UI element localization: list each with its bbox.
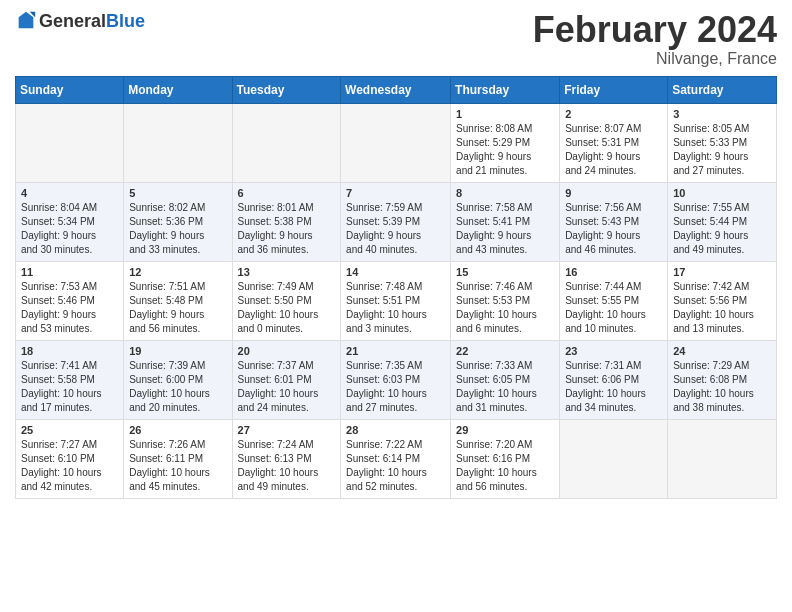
- day-cell: 18Sunrise: 7:41 AM Sunset: 5:58 PM Dayli…: [16, 340, 124, 419]
- day-cell: [232, 103, 341, 182]
- day-cell: 23Sunrise: 7:31 AM Sunset: 6:06 PM Dayli…: [560, 340, 668, 419]
- col-header-saturday: Saturday: [668, 76, 777, 103]
- day-cell: 3Sunrise: 8:05 AM Sunset: 5:33 PM Daylig…: [668, 103, 777, 182]
- day-cell: 12Sunrise: 7:51 AM Sunset: 5:48 PM Dayli…: [124, 261, 232, 340]
- day-info: Sunrise: 7:26 AM Sunset: 6:11 PM Dayligh…: [129, 438, 226, 494]
- day-number: 15: [456, 266, 554, 278]
- day-cell: 6Sunrise: 8:01 AM Sunset: 5:38 PM Daylig…: [232, 182, 341, 261]
- day-number: 11: [21, 266, 118, 278]
- day-info: Sunrise: 8:05 AM Sunset: 5:33 PM Dayligh…: [673, 122, 771, 178]
- day-number: 19: [129, 345, 226, 357]
- day-number: 29: [456, 424, 554, 436]
- day-cell: 17Sunrise: 7:42 AM Sunset: 5:56 PM Dayli…: [668, 261, 777, 340]
- day-info: Sunrise: 7:56 AM Sunset: 5:43 PM Dayligh…: [565, 201, 662, 257]
- day-number: 6: [238, 187, 336, 199]
- day-info: Sunrise: 8:08 AM Sunset: 5:29 PM Dayligh…: [456, 122, 554, 178]
- week-row-3: 11Sunrise: 7:53 AM Sunset: 5:46 PM Dayli…: [16, 261, 777, 340]
- day-number: 21: [346, 345, 445, 357]
- day-number: 26: [129, 424, 226, 436]
- week-row-1: 1Sunrise: 8:08 AM Sunset: 5:29 PM Daylig…: [16, 103, 777, 182]
- day-info: Sunrise: 7:41 AM Sunset: 5:58 PM Dayligh…: [21, 359, 118, 415]
- day-info: Sunrise: 7:39 AM Sunset: 6:00 PM Dayligh…: [129, 359, 226, 415]
- day-cell: 13Sunrise: 7:49 AM Sunset: 5:50 PM Dayli…: [232, 261, 341, 340]
- day-cell: 26Sunrise: 7:26 AM Sunset: 6:11 PM Dayli…: [124, 419, 232, 498]
- week-row-2: 4Sunrise: 8:04 AM Sunset: 5:34 PM Daylig…: [16, 182, 777, 261]
- day-info: Sunrise: 8:02 AM Sunset: 5:36 PM Dayligh…: [129, 201, 226, 257]
- day-info: Sunrise: 7:58 AM Sunset: 5:41 PM Dayligh…: [456, 201, 554, 257]
- day-info: Sunrise: 7:44 AM Sunset: 5:55 PM Dayligh…: [565, 280, 662, 336]
- day-info: Sunrise: 7:59 AM Sunset: 5:39 PM Dayligh…: [346, 201, 445, 257]
- day-info: Sunrise: 7:31 AM Sunset: 6:06 PM Dayligh…: [565, 359, 662, 415]
- day-cell: 22Sunrise: 7:33 AM Sunset: 6:05 PM Dayli…: [451, 340, 560, 419]
- day-cell: 5Sunrise: 8:02 AM Sunset: 5:36 PM Daylig…: [124, 182, 232, 261]
- day-cell: 10Sunrise: 7:55 AM Sunset: 5:44 PM Dayli…: [668, 182, 777, 261]
- day-cell: 24Sunrise: 7:29 AM Sunset: 6:08 PM Dayli…: [668, 340, 777, 419]
- col-header-friday: Friday: [560, 76, 668, 103]
- day-number: 20: [238, 345, 336, 357]
- day-cell: 19Sunrise: 7:39 AM Sunset: 6:00 PM Dayli…: [124, 340, 232, 419]
- day-number: 18: [21, 345, 118, 357]
- day-number: 25: [21, 424, 118, 436]
- day-cell: [668, 419, 777, 498]
- day-cell: 9Sunrise: 7:56 AM Sunset: 5:43 PM Daylig…: [560, 182, 668, 261]
- day-number: 22: [456, 345, 554, 357]
- day-cell: 14Sunrise: 7:48 AM Sunset: 5:51 PM Dayli…: [341, 261, 451, 340]
- day-cell: 29Sunrise: 7:20 AM Sunset: 6:16 PM Dayli…: [451, 419, 560, 498]
- day-info: Sunrise: 7:33 AM Sunset: 6:05 PM Dayligh…: [456, 359, 554, 415]
- day-number: 4: [21, 187, 118, 199]
- day-info: Sunrise: 7:29 AM Sunset: 6:08 PM Dayligh…: [673, 359, 771, 415]
- day-info: Sunrise: 7:37 AM Sunset: 6:01 PM Dayligh…: [238, 359, 336, 415]
- day-cell: [341, 103, 451, 182]
- day-cell: 27Sunrise: 7:24 AM Sunset: 6:13 PM Dayli…: [232, 419, 341, 498]
- day-number: 3: [673, 108, 771, 120]
- logo-text-general: General: [39, 11, 106, 31]
- day-info: Sunrise: 8:07 AM Sunset: 5:31 PM Dayligh…: [565, 122, 662, 178]
- day-number: 10: [673, 187, 771, 199]
- day-cell: 4Sunrise: 8:04 AM Sunset: 5:34 PM Daylig…: [16, 182, 124, 261]
- calendar-body: 1Sunrise: 8:08 AM Sunset: 5:29 PM Daylig…: [16, 103, 777, 498]
- day-cell: [560, 419, 668, 498]
- day-info: Sunrise: 7:20 AM Sunset: 6:16 PM Dayligh…: [456, 438, 554, 494]
- day-info: Sunrise: 7:22 AM Sunset: 6:14 PM Dayligh…: [346, 438, 445, 494]
- week-row-5: 25Sunrise: 7:27 AM Sunset: 6:10 PM Dayli…: [16, 419, 777, 498]
- day-info: Sunrise: 7:24 AM Sunset: 6:13 PM Dayligh…: [238, 438, 336, 494]
- page-header: GeneralBlue February 2024 Nilvange, Fran…: [15, 10, 777, 68]
- day-number: 16: [565, 266, 662, 278]
- day-info: Sunrise: 7:53 AM Sunset: 5:46 PM Dayligh…: [21, 280, 118, 336]
- day-info: Sunrise: 7:46 AM Sunset: 5:53 PM Dayligh…: [456, 280, 554, 336]
- day-cell: 16Sunrise: 7:44 AM Sunset: 5:55 PM Dayli…: [560, 261, 668, 340]
- day-number: 12: [129, 266, 226, 278]
- day-info: Sunrise: 7:42 AM Sunset: 5:56 PM Dayligh…: [673, 280, 771, 336]
- logo: GeneralBlue: [15, 10, 145, 32]
- day-cell: 2Sunrise: 8:07 AM Sunset: 5:31 PM Daylig…: [560, 103, 668, 182]
- day-number: 17: [673, 266, 771, 278]
- day-number: 28: [346, 424, 445, 436]
- col-header-sunday: Sunday: [16, 76, 124, 103]
- day-info: Sunrise: 7:49 AM Sunset: 5:50 PM Dayligh…: [238, 280, 336, 336]
- day-cell: 8Sunrise: 7:58 AM Sunset: 5:41 PM Daylig…: [451, 182, 560, 261]
- location-title: Nilvange, France: [533, 50, 777, 68]
- logo-icon: [15, 10, 37, 32]
- day-info: Sunrise: 7:51 AM Sunset: 5:48 PM Dayligh…: [129, 280, 226, 336]
- day-cell: 1Sunrise: 8:08 AM Sunset: 5:29 PM Daylig…: [451, 103, 560, 182]
- logo-text-blue: Blue: [106, 11, 145, 31]
- day-cell: 20Sunrise: 7:37 AM Sunset: 6:01 PM Dayli…: [232, 340, 341, 419]
- day-cell: [16, 103, 124, 182]
- day-info: Sunrise: 8:01 AM Sunset: 5:38 PM Dayligh…: [238, 201, 336, 257]
- day-cell: 15Sunrise: 7:46 AM Sunset: 5:53 PM Dayli…: [451, 261, 560, 340]
- day-number: 1: [456, 108, 554, 120]
- title-section: February 2024 Nilvange, France: [533, 10, 777, 68]
- day-cell: 25Sunrise: 7:27 AM Sunset: 6:10 PM Dayli…: [16, 419, 124, 498]
- day-number: 2: [565, 108, 662, 120]
- month-title: February 2024: [533, 10, 777, 50]
- day-cell: 11Sunrise: 7:53 AM Sunset: 5:46 PM Dayli…: [16, 261, 124, 340]
- day-number: 24: [673, 345, 771, 357]
- day-number: 23: [565, 345, 662, 357]
- calendar-header-row: SundayMondayTuesdayWednesdayThursdayFrid…: [16, 76, 777, 103]
- day-info: Sunrise: 8:04 AM Sunset: 5:34 PM Dayligh…: [21, 201, 118, 257]
- col-header-monday: Monday: [124, 76, 232, 103]
- calendar-table: SundayMondayTuesdayWednesdayThursdayFrid…: [15, 76, 777, 499]
- day-cell: 28Sunrise: 7:22 AM Sunset: 6:14 PM Dayli…: [341, 419, 451, 498]
- day-info: Sunrise: 7:48 AM Sunset: 5:51 PM Dayligh…: [346, 280, 445, 336]
- day-info: Sunrise: 7:35 AM Sunset: 6:03 PM Dayligh…: [346, 359, 445, 415]
